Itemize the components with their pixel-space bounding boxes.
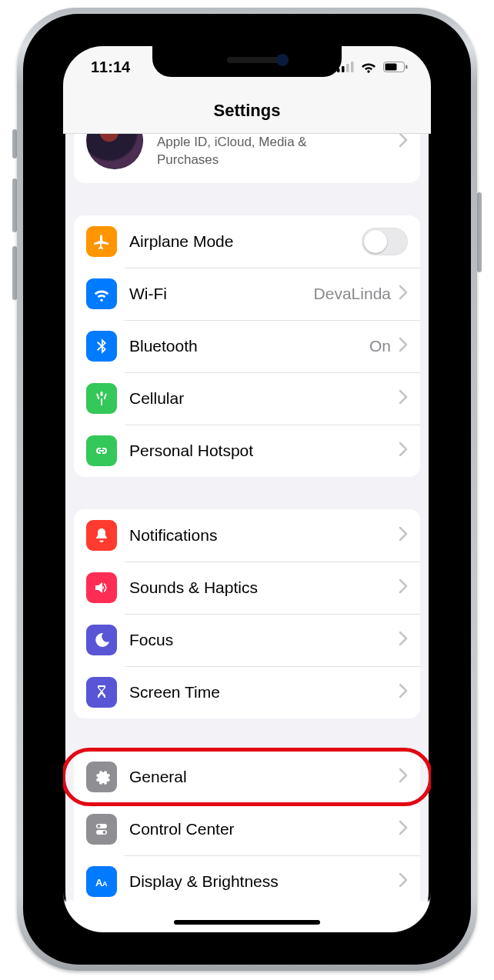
row-notifications[interactable]: Notifications xyxy=(74,509,420,562)
label-notifications: Notifications xyxy=(129,526,399,545)
chevron-right-icon xyxy=(399,134,408,151)
bell-icon xyxy=(86,520,117,551)
label-airplane-mode: Airplane Mode xyxy=(129,232,362,251)
chevron-right-icon xyxy=(399,872,408,891)
label-bluetooth: Bluetooth xyxy=(129,337,369,355)
text-size-icon: AA xyxy=(86,866,117,897)
value-bluetooth: On xyxy=(369,337,391,355)
svg-rect-2 xyxy=(346,64,349,72)
home-indicator xyxy=(174,920,320,925)
speaker-icon xyxy=(86,572,117,603)
row-airplane-mode[interactable]: Airplane Mode xyxy=(74,215,420,268)
page-title: Settings xyxy=(214,101,281,121)
device-frame: 11:14 xyxy=(0,0,494,980)
status-time: 11:14 xyxy=(91,58,148,76)
bluetooth-icon xyxy=(86,331,117,362)
content[interactable]: Apple ID, iCloud, Media & Purchases Airp… xyxy=(63,134,431,908)
label-focus: Focus xyxy=(129,631,399,649)
screen: 11:14 xyxy=(63,46,431,932)
label-cellular: Cellular xyxy=(129,389,399,408)
chevron-right-icon xyxy=(399,337,408,355)
profile-subtitle: Apple ID, iCloud, Media & Purchases xyxy=(157,134,357,169)
row-sounds-haptics[interactable]: Sounds & Haptics xyxy=(74,562,420,614)
label-display: Display & Brightness xyxy=(129,872,399,891)
svg-rect-7 xyxy=(406,65,408,69)
battery-icon xyxy=(383,62,408,72)
chevron-right-icon xyxy=(399,526,408,545)
row-focus[interactable]: Focus xyxy=(74,614,420,666)
label-screen-time: Screen Time xyxy=(129,683,399,702)
profile-row[interactable]: Apple ID, iCloud, Media & Purchases xyxy=(74,134,420,183)
svg-rect-1 xyxy=(342,66,345,72)
network-group: Airplane Mode Wi-Fi DevaLinda xyxy=(74,215,420,477)
moon-icon xyxy=(86,625,117,655)
label-general: General xyxy=(129,768,399,786)
bezel: 11:14 xyxy=(17,8,477,971)
svg-rect-3 xyxy=(351,62,354,72)
svg-rect-6 xyxy=(386,64,397,71)
chevron-right-icon xyxy=(399,683,408,702)
value-wifi: DevaLinda xyxy=(314,285,391,303)
status-right xyxy=(337,61,408,73)
profile-group: Apple ID, iCloud, Media & Purchases xyxy=(74,134,420,183)
label-sounds: Sounds & Haptics xyxy=(129,578,399,597)
wifi-icon xyxy=(86,278,117,309)
row-wifi[interactable]: Wi-Fi DevaLinda xyxy=(74,268,420,320)
power-button xyxy=(477,192,482,272)
avatar xyxy=(86,134,143,169)
svg-point-11 xyxy=(103,831,106,834)
gear-icon xyxy=(86,762,117,792)
switches-icon xyxy=(86,814,117,845)
svg-point-4 xyxy=(367,70,369,72)
chevron-right-icon xyxy=(399,768,408,786)
row-cellular[interactable]: Cellular xyxy=(74,372,420,425)
hourglass-icon xyxy=(86,677,117,708)
row-bluetooth[interactable]: Bluetooth On xyxy=(74,320,420,372)
svg-text:A: A xyxy=(102,880,108,888)
wifi-icon xyxy=(360,61,377,73)
row-personal-hotspot[interactable]: Personal Hotspot xyxy=(74,425,420,477)
chevron-right-icon xyxy=(399,389,408,408)
alerts-group: Notifications Sounds & Haptics xyxy=(74,509,420,718)
bezel-inner: 11:14 xyxy=(23,14,471,965)
title-bar: Settings xyxy=(63,88,431,134)
airplane-icon xyxy=(86,226,117,257)
row-control-center[interactable]: Control Center xyxy=(74,803,420,855)
label-control-center: Control Center xyxy=(129,820,399,838)
system-group: General xyxy=(74,751,420,908)
row-display-brightness[interactable]: AA Display & Brightness xyxy=(74,855,420,908)
chevron-right-icon xyxy=(399,578,408,597)
row-general[interactable]: General xyxy=(74,751,420,803)
chevron-right-icon xyxy=(399,820,408,838)
airplane-toggle[interactable] xyxy=(362,228,408,255)
label-hotspot: Personal Hotspot xyxy=(129,442,399,460)
cellular-icon xyxy=(86,383,117,414)
chevron-right-icon xyxy=(399,631,408,649)
chevron-right-icon xyxy=(399,442,408,460)
notch xyxy=(152,46,342,77)
label-wifi: Wi-Fi xyxy=(129,285,314,303)
chevron-right-icon xyxy=(399,285,408,303)
row-screen-time[interactable]: Screen Time xyxy=(74,666,420,718)
hotspot-icon xyxy=(86,435,117,466)
svg-point-9 xyxy=(98,825,101,828)
